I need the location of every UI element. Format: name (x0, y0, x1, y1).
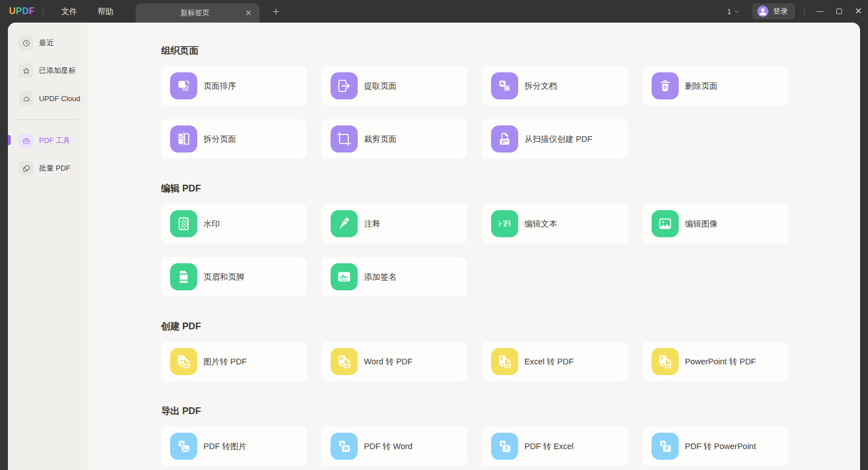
tool-card[interactable]: 编辑图像 (643, 204, 788, 243)
tool-card-label: 页眉和页脚 (203, 272, 245, 282)
crop-pages-icon (331, 125, 358, 153)
tool-card[interactable]: 从扫描仪创建 PDF (482, 119, 628, 159)
tool-section: 创建 PDFPDF图片转 PDFWPDFWord 转 PDFXPDFExcel … (161, 320, 860, 381)
briefcase-icon (19, 133, 33, 148)
word-to-pdf-icon: WPDF (331, 348, 358, 375)
sidebar-item-label: PDF 工具 (39, 136, 71, 146)
tool-card-label: 提取页面 (364, 81, 397, 92)
tool-card[interactable]: 删除页面 (643, 66, 788, 106)
section-title: 创建 PDF (161, 320, 860, 333)
svg-text:W: W (344, 446, 349, 451)
svg-text:P: P (660, 356, 663, 362)
tool-card[interactable]: PPDF 转 PowerPoint (643, 427, 788, 466)
sidebar-item-label: 最近 (39, 38, 54, 48)
window-close-button[interactable]: ✕ (849, 0, 868, 23)
section-title: 编辑 PDF (161, 182, 860, 195)
tool-card-label: 裁剪页面 (364, 134, 397, 145)
sidebar: 最近 已添加星标 UPDF Cloud PDF 工具 批量 PDF (8, 23, 88, 470)
tool-card[interactable]: PDF图片转 PDF (161, 342, 307, 381)
tool-card[interactable]: 页面排序 (161, 66, 307, 106)
chevron-down-icon (734, 8, 740, 15)
tool-card[interactable]: 注释 (322, 204, 467, 243)
tool-card-label: PDF 转 PowerPoint (685, 441, 756, 452)
split-pages-icon (170, 125, 197, 153)
watermark-icon (170, 210, 197, 237)
delete-pages-icon (652, 72, 679, 99)
tool-card[interactable]: 提取页面 (322, 66, 467, 106)
titlebar: UPDF 文件 帮助 新标签页 ✕ 1 登录 ✕ (0, 0, 868, 23)
svg-text:X: X (500, 356, 504, 362)
tab-count-value: 1 (727, 7, 731, 16)
tool-card[interactable]: 拆分文档 (482, 66, 628, 106)
sidebar-item-starred[interactable]: 已添加星标 (8, 60, 88, 81)
svg-text:P: P (665, 446, 669, 451)
plus-icon (271, 7, 281, 16)
titlebar-separator (804, 8, 805, 15)
tool-card[interactable]: 水印 (161, 204, 307, 243)
tool-card[interactable]: PPDFPowerPoint 转 PDF (643, 342, 788, 381)
logo-letter: U (9, 6, 16, 16)
menu-help[interactable]: 帮助 (88, 0, 124, 23)
tool-card-label: 添加签名 (364, 272, 397, 282)
logo-letter: P (16, 6, 22, 16)
tool-card[interactable]: 页眉和页脚 (161, 257, 307, 297)
tool-section: 编辑 PDF水印注释T编辑文本编辑图像页眉和页脚添加签名 (161, 182, 860, 297)
tool-card[interactable]: 添加签名 (322, 257, 467, 297)
tool-card-label: 拆分文档 (524, 81, 557, 92)
pdf-tools-content: 组织页面页面排序提取页面拆分文档删除页面拆分页面裁剪页面从扫描仪创建 PDF编辑… (88, 23, 860, 470)
add-signature-icon (331, 263, 358, 290)
svg-text:W: W (338, 356, 344, 362)
tool-card[interactable]: 裁剪页面 (322, 119, 467, 159)
tool-card-label: 编辑文本 (524, 219, 557, 229)
window-maximize-button[interactable] (830, 0, 849, 23)
svg-text:PDF: PDF (665, 363, 671, 367)
tool-card[interactable]: T编辑文本 (482, 204, 628, 243)
login-button[interactable]: 登录 (752, 3, 795, 19)
excel-to-pdf-icon: XPDF (491, 348, 518, 375)
tab-close-icon[interactable]: ✕ (242, 8, 255, 18)
tab-new-tab[interactable]: 新标签页 ✕ (136, 3, 259, 23)
tool-card[interactable]: 拆分页面 (161, 119, 307, 159)
sidebar-item-label: 批量 PDF (39, 163, 71, 173)
tool-card[interactable]: XPDF 转 Excel (482, 427, 628, 466)
section-title: 导出 PDF (161, 405, 860, 417)
sidebar-item-batch-pdf[interactable]: 批量 PDF (8, 158, 88, 179)
close-icon: ✕ (854, 7, 862, 16)
tool-card-label: 编辑图像 (685, 219, 718, 229)
scanner-create-pdf-icon (491, 125, 518, 153)
logo-letter: F (29, 6, 34, 16)
menu-file[interactable]: 文件 (51, 0, 88, 23)
sidebar-item-updf-cloud[interactable]: UPDF Cloud (8, 88, 88, 108)
tool-card[interactable]: XPDFExcel 转 PDF (482, 342, 628, 381)
tool-card-label: PowerPoint 转 PDF (685, 356, 756, 367)
tool-card-label: 图片转 PDF (203, 356, 247, 367)
login-label: 登录 (773, 6, 788, 16)
updf-logo: UPDF (9, 6, 35, 16)
minimize-icon (817, 11, 823, 12)
sidebar-item-recent[interactable]: 最近 (8, 33, 88, 53)
sort-pages-icon (170, 72, 197, 99)
svg-text:PDF: PDF (183, 363, 190, 367)
header-footer-icon (170, 263, 197, 290)
user-avatar-icon (757, 6, 769, 17)
tool-card-label: Word 转 PDF (364, 356, 413, 367)
new-tab-button[interactable] (270, 5, 283, 18)
tool-card-label: PDF 转 Word (364, 441, 413, 452)
pdf-to-word-icon: W (331, 433, 358, 460)
tool-card[interactable]: WPDF 转 Word (322, 427, 467, 466)
pdf-to-excel-icon: X (491, 433, 518, 460)
tool-card-label: 删除页面 (685, 81, 718, 92)
star-icon (19, 63, 33, 78)
tool-card[interactable]: PDF 转图片 (161, 427, 307, 466)
window-minimize-button[interactable] (810, 0, 830, 23)
pdf-to-powerpoint-icon: P (652, 433, 679, 460)
tool-card-label: PDF 转 Excel (524, 441, 574, 452)
annotate-icon (331, 210, 358, 237)
tool-card[interactable]: WPDFWord 转 PDF (322, 342, 467, 381)
svg-text:PDF: PDF (344, 363, 350, 367)
tab-count-dropdown[interactable]: 1 (727, 7, 740, 16)
section-title: 组织页面 (161, 45, 860, 57)
sidebar-item-pdf-tools[interactable]: PDF 工具 (8, 130, 88, 151)
extract-pages-icon (331, 72, 358, 99)
image-to-pdf-icon: PDF (170, 348, 197, 375)
